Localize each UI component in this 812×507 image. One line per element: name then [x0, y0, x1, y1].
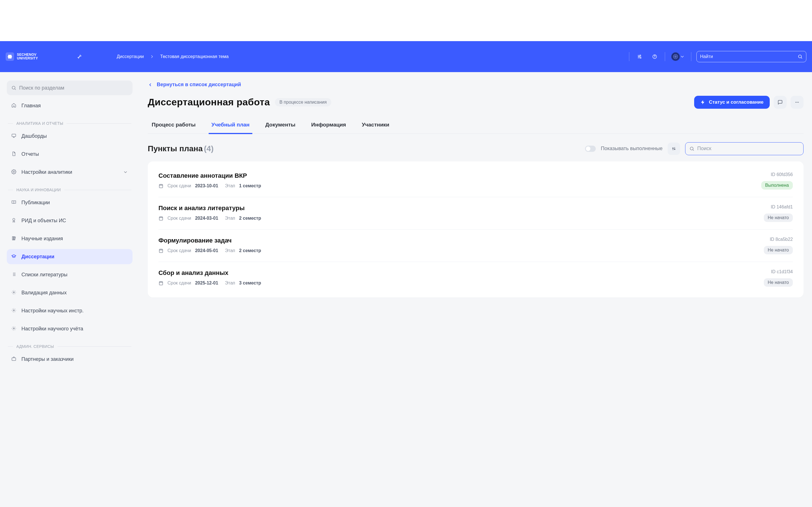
- sidebar-item-label: Диссертации: [21, 254, 54, 260]
- chevron-down-icon: [680, 54, 685, 59]
- search-icon: [798, 54, 803, 59]
- sidebar-item-label: Валидация данных: [21, 290, 67, 296]
- stage-value: 2 семестр: [239, 248, 261, 253]
- pin-sidebar-button[interactable]: [74, 52, 85, 62]
- plan-title: Пункты плана: [148, 144, 203, 153]
- sidebar-item-label: Настройки научного учёта: [21, 326, 83, 332]
- due-value: 2025-12-01: [195, 281, 218, 286]
- show-completed-label: Показывать выполненные: [601, 146, 663, 152]
- more-actions-button[interactable]: [791, 96, 804, 109]
- plan-header: Пункты плана (4) Показывать выполненные: [148, 142, 804, 155]
- svg-point-4: [654, 57, 655, 58]
- sidebar: Главная АНАЛИТИКА И ОТЧЕТЫ Дашборды Отче…: [0, 72, 139, 507]
- header-actions: [629, 51, 806, 62]
- sidebar-item-rid[interactable]: РИД и объекты ИС: [7, 213, 133, 228]
- due-label: Срок сдачи: [167, 281, 191, 286]
- plan-item-status-badge: Не начато: [764, 278, 793, 287]
- due-label: Срок сдачи: [167, 248, 191, 253]
- logo-text: SECHENOV UNIVERSITY: [17, 53, 38, 60]
- book-open-icon: [11, 200, 17, 205]
- document-icon: [11, 151, 17, 157]
- stage-label: Этап: [225, 216, 235, 221]
- plan-item-row[interactable]: Формулирование задач Срок сдачи 2024-05-…: [158, 230, 793, 262]
- plan-search[interactable]: [685, 142, 804, 155]
- back-to-list-link[interactable]: Вернуться в список диссертаций: [148, 82, 241, 88]
- plan-item-row[interactable]: Поиск и анализ литературы Срок сдачи 202…: [158, 197, 793, 230]
- sidebar-item-dashboards[interactable]: Дашборды: [7, 128, 133, 144]
- home-icon: [11, 103, 17, 108]
- books-icon: [11, 236, 17, 241]
- sidebar-item-label: Списки литературы: [21, 272, 67, 278]
- svg-rect-22: [159, 217, 163, 220]
- breadcrumb-root[interactable]: Диссертации: [117, 54, 144, 59]
- plan-item-row[interactable]: Составление аннотации ВКР Срок сдачи 202…: [158, 165, 793, 197]
- stage-label: Этап: [225, 281, 235, 286]
- search-icon: [689, 146, 695, 151]
- divider: [665, 52, 665, 61]
- sidebar-item-home[interactable]: Главная: [7, 98, 133, 113]
- plan-item-title: Формулирование задач: [158, 237, 764, 244]
- chevron-down-icon: [123, 170, 128, 175]
- tab-info[interactable]: Информация: [308, 118, 349, 134]
- sidebar-item-label: РИД и объекты ИС: [21, 218, 66, 224]
- global-search-input[interactable]: [700, 54, 795, 59]
- plan-item-status-badge: Не начато: [764, 246, 793, 255]
- plan-item-id: ID 8ca5b22: [770, 237, 793, 242]
- svg-point-12: [13, 218, 15, 221]
- app-body: Главная АНАЛИТИКА И ОТЧЕТЫ Дашборды Отче…: [0, 72, 812, 507]
- page-title-row: Диссертационная работа В процессе написа…: [148, 96, 804, 109]
- status-approval-label: Статус и согласование: [709, 100, 763, 105]
- user-menu[interactable]: [670, 52, 686, 62]
- sidebar-item-scitools-settings[interactable]: Настройки научных инстр.: [7, 303, 133, 318]
- plan-item-title: Поиск и анализ литературы: [158, 205, 764, 212]
- tab-process[interactable]: Процесс работы: [149, 118, 199, 134]
- plan-items-card: Составление аннотации ВКР Срок сдачи 202…: [148, 161, 804, 297]
- sidebar-item-editions[interactable]: Научные издания: [7, 231, 133, 246]
- sidebar-search[interactable]: [7, 80, 133, 95]
- plan-title-wrap: Пункты плана (4): [148, 144, 213, 153]
- tab-plan[interactable]: Учебный план: [209, 118, 252, 134]
- svg-point-0: [640, 55, 641, 56]
- stage-value: 2 семестр: [239, 216, 261, 221]
- brain-icon: [6, 52, 14, 61]
- sidebar-item-publications[interactable]: Публикации: [7, 195, 133, 210]
- plan-item-id: ID 146afd1: [771, 205, 793, 210]
- sidebar-item-dissertations[interactable]: Диссертации: [7, 249, 133, 264]
- tab-participants[interactable]: Участники: [359, 118, 392, 134]
- gear-icon: [11, 308, 17, 314]
- stage-value: 3 семестр: [239, 281, 261, 286]
- award-icon: [11, 218, 17, 223]
- plan-item-meta: Срок сдачи 2023-10-01 Этап 1 семестр: [158, 183, 761, 188]
- due-label: Срок сдачи: [167, 216, 191, 221]
- plan-search-input[interactable]: [697, 146, 799, 152]
- svg-rect-21: [159, 184, 163, 187]
- svg-point-17: [795, 102, 796, 103]
- gear-icon: [11, 169, 17, 175]
- help-icon[interactable]: [650, 52, 660, 62]
- tab-documents[interactable]: Документы: [262, 118, 298, 134]
- back-link-label: Вернуться в список диссертаций: [157, 82, 241, 88]
- svg-point-11: [13, 171, 15, 173]
- settings-sliders-icon[interactable]: [635, 52, 645, 62]
- sidebar-item-litlists[interactable]: Списки литературы: [7, 267, 133, 282]
- global-search[interactable]: [696, 51, 806, 62]
- sidebar-item-validation[interactable]: Валидация данных: [7, 285, 133, 300]
- tabs: Процесс работы Учебный план Документы Ин…: [148, 118, 804, 134]
- sidebar-item-partners[interactable]: Партнеры и заказчики: [7, 351, 133, 367]
- sidebar-item-reports[interactable]: Отчеты: [7, 147, 133, 162]
- status-approval-button[interactable]: Статус и согласование: [694, 96, 770, 109]
- plan-item-title: Сбор и анализ данных: [158, 269, 764, 277]
- breadcrumb: Диссертации Тестовая диссертационная тем…: [117, 54, 229, 59]
- sidebar-item-analytics-settings[interactable]: Настройки аналитики: [7, 165, 133, 180]
- sidebar-search-input[interactable]: [19, 85, 128, 91]
- comments-button[interactable]: [774, 96, 786, 109]
- app-logo[interactable]: SECHENOV UNIVERSITY: [6, 52, 68, 61]
- sidebar-item-label: Научные издания: [21, 236, 63, 242]
- calendar-icon: [158, 248, 163, 253]
- breadcrumb-current: Тестовая диссертационная тема: [160, 54, 229, 59]
- svg-point-20: [690, 147, 693, 150]
- plan-item-row[interactable]: Сбор и анализ данных Срок сдачи 2025-12-…: [158, 262, 793, 294]
- sidebar-item-sciaccount-settings[interactable]: Настройки научного учёта: [7, 321, 133, 336]
- show-completed-toggle[interactable]: [585, 146, 596, 152]
- sort-button[interactable]: [668, 143, 680, 155]
